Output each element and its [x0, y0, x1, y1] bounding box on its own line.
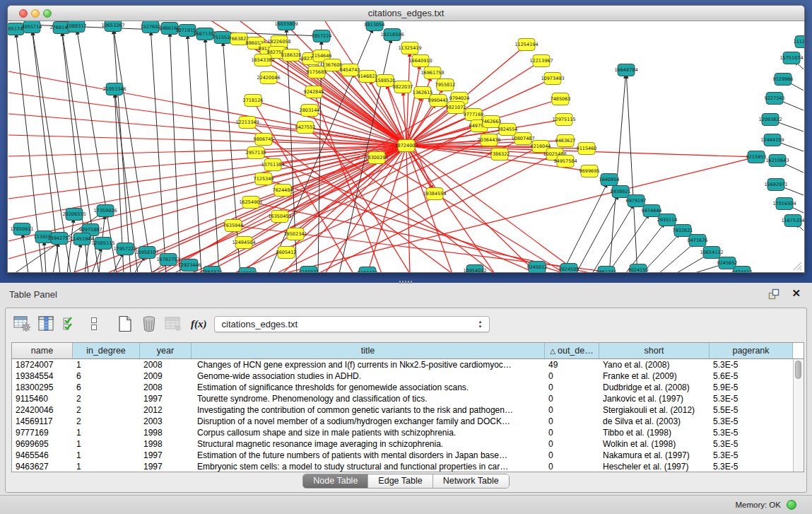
- graph-node[interactable]: 9245071: [299, 267, 319, 274]
- graph-node[interactable]: 22420046: [257, 72, 280, 84]
- table-row[interactable]: 1456911722003Disruption of a novel membe…: [12, 416, 804, 427]
- graph-node[interactable]: 2718126: [243, 95, 264, 107]
- graph-node[interactable]: 12213967: [529, 55, 553, 67]
- graph-node[interactable]: 7932621: [673, 225, 693, 237]
- graph-node[interactable]: 16961758: [420, 67, 444, 79]
- row-panel-icon[interactable]: [85, 315, 103, 332]
- graph-node[interactable]: 18724007: [394, 140, 418, 152]
- tab-edge-table[interactable]: Edge Table: [368, 474, 433, 488]
- graph-node[interactable]: 9806745: [254, 134, 274, 146]
- graph-node[interactable]: 2435704: [237, 268, 258, 274]
- graph-node[interactable]: 12975115: [552, 114, 575, 126]
- graph-node[interactable]: 10653267: [101, 21, 124, 32]
- graph-node[interactable]: 9245012: [527, 262, 548, 274]
- graph-node[interactable]: 9474444: [642, 205, 662, 217]
- graph-node[interactable]: 20206535: [62, 209, 86, 221]
- graph-node[interactable]: 16033809: [274, 21, 298, 30]
- graph-node[interactable]: 9129966: [773, 74, 794, 86]
- delete-table-icon[interactable]: [140, 315, 158, 332]
- graph-node[interactable]: 11675334: [781, 215, 804, 227]
- graph-node[interactable]: 9115460: [577, 143, 597, 155]
- graph-node[interactable]: 7485063: [551, 93, 571, 105]
- table-row[interactable]: 946362711997Embryonic stem cells: a mode…: [12, 461, 804, 472]
- graph-node[interactable]: 12923446: [177, 259, 201, 271]
- table-row[interactable]: 977716911998Corpus callosum shape and si…: [12, 427, 804, 438]
- graph-node[interactable]: 16640910: [408, 55, 432, 67]
- table-select-dropdown[interactable]: citations_edges.txt ▲▼: [214, 316, 490, 332]
- graph-node[interactable]: 18300295: [365, 152, 388, 164]
- graph-node[interactable]: 15692971: [764, 179, 787, 191]
- graph-node[interactable]: 9861241: [596, 267, 617, 274]
- graph-node[interactable]: 16648784: [614, 64, 637, 76]
- graph-node[interactable]: 10958107: [135, 247, 158, 259]
- graph-node[interactable]: 1088317: [66, 21, 87, 33]
- column-header-out_de[interactable]: △out_de…: [545, 343, 599, 358]
- graph-node[interactable]: 12505115: [91, 238, 114, 250]
- graph-node[interactable]: 1640954: [599, 174, 620, 186]
- memory-ok-indicator-icon[interactable]: [787, 500, 796, 510]
- graph-node[interactable]: 7624484: [273, 185, 293, 197]
- graph-node[interactable]: 6979197: [626, 195, 647, 207]
- table-row[interactable]: 2242004622012Investigating the contribut…: [12, 404, 804, 416]
- new-table-icon[interactable]: [116, 315, 134, 332]
- graph-node[interactable]: 9227343: [765, 93, 785, 105]
- graph-node[interactable]: 7125349: [254, 173, 274, 185]
- table-row[interactable]: 1938455462009Genome-wide association stu…: [12, 370, 804, 382]
- graph-node[interactable]: 13942757: [47, 233, 71, 245]
- graph-node[interactable]: 16254901: [239, 197, 262, 209]
- graph-node[interactable]: 7955812: [435, 79, 456, 91]
- graph-node[interactable]: 8938921: [611, 186, 631, 198]
- tab-network-table[interactable]: Network Table: [433, 474, 509, 488]
- graph-node[interactable]: 8186328: [281, 49, 302, 62]
- show-column-icon[interactable]: [37, 315, 55, 332]
- column-header-pagerank[interactable]: pagerank: [710, 343, 793, 358]
- graph-node[interactable]: 11254194: [514, 39, 538, 51]
- resize-grip-icon[interactable]: [791, 259, 802, 271]
- graph-node[interactable]: 8924505: [559, 264, 579, 274]
- graph-node[interactable]: 17850611: [10, 223, 33, 235]
- graph-node[interactable]: 10654112: [700, 247, 723, 259]
- network-canvas-svg[interactable]: 1872400730517464055714276914061088317106…: [8, 21, 804, 273]
- graph-node[interactable]: 10807487: [511, 133, 534, 145]
- graph-node[interactable]: 8427552: [295, 122, 316, 134]
- network-canvas[interactable]: 1872400730517464055714276914061088317106…: [8, 21, 804, 273]
- graph-node[interactable]: 12494504: [232, 237, 255, 249]
- graph-node[interactable]: 12213349: [235, 117, 259, 129]
- graph-node[interactable]: 12444159: [760, 134, 784, 146]
- graph-node[interactable]: 7857224: [312, 30, 332, 42]
- table-row[interactable]: 911546021997Tourette syndrome. Phenomeno…: [12, 393, 804, 404]
- graph-node[interactable]: 10973493: [541, 73, 564, 85]
- float-panel-icon[interactable]: [768, 288, 779, 300]
- graph-node[interactable]: 7386322: [490, 148, 510, 160]
- graph-node[interactable]: 8822037: [393, 81, 413, 93]
- graph-node[interactable]: 2957138: [246, 147, 266, 159]
- graph-node[interactable]: 11325419: [398, 42, 421, 54]
- graph-node[interactable]: 19384554: [423, 188, 446, 200]
- graph-node[interactable]: 13751384: [261, 159, 284, 171]
- graph-node[interactable]: 2803144: [300, 105, 320, 117]
- column-header-in_degree[interactable]: in_degree: [73, 343, 140, 358]
- graph-node[interactable]: 1112544: [794, 36, 804, 48]
- graph-node[interactable]: 9215953: [746, 151, 767, 163]
- graph-node[interactable]: 16210643: [765, 155, 789, 167]
- graph-node[interactable]: 9175685: [307, 66, 327, 78]
- table-row[interactable]: 946554611997Estimation of the future num…: [12, 450, 804, 461]
- graph-node[interactable]: 7462663: [481, 116, 502, 128]
- graph-node[interactable]: 8471676: [688, 235, 708, 247]
- graph-node[interactable]: 17359926: [93, 205, 117, 217]
- graph-node[interactable]: 4055714: [22, 21, 42, 33]
- column-header-short[interactable]: short: [599, 343, 710, 358]
- table-scrollbar-thumb[interactable]: [795, 361, 801, 379]
- graph-node[interactable]: 7564324: [202, 267, 223, 274]
- graph-node[interactable]: 1527602: [141, 21, 161, 33]
- table-scrollbar[interactable]: [793, 359, 804, 472]
- graph-node[interactable]: 9242848: [304, 86, 324, 98]
- graph-node[interactable]: 16543382: [251, 54, 274, 66]
- column-header-title[interactable]: title: [192, 343, 545, 358]
- table-settings-icon[interactable]: [13, 315, 31, 332]
- graph-node[interactable]: 9024150: [628, 264, 649, 274]
- graph-node[interactable]: 17957223: [113, 243, 136, 255]
- graph-node[interactable]: 9463627: [555, 135, 576, 147]
- graph-node[interactable]: 10954012: [463, 265, 486, 274]
- graph-node[interactable]: 18226058: [267, 36, 290, 48]
